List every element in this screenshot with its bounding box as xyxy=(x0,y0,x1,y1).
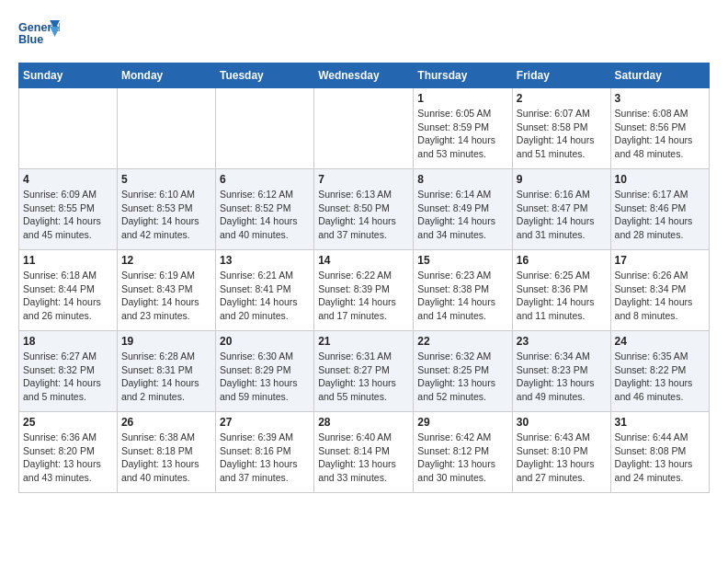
day-info: Sunrise: 6:35 AM Sunset: 8:22 PM Dayligh… xyxy=(615,350,705,404)
week-row-3: 11Sunrise: 6:18 AM Sunset: 8:44 PM Dayli… xyxy=(19,250,710,331)
day-info: Sunrise: 6:27 AM Sunset: 8:32 PM Dayligh… xyxy=(23,350,113,404)
day-cell-18: 18Sunrise: 6:27 AM Sunset: 8:32 PM Dayli… xyxy=(19,331,118,412)
calendar-table: SundayMondayTuesdayWednesdayThursdayFrid… xyxy=(18,63,710,493)
logo-icon: General Blue xyxy=(18,18,60,53)
day-info: Sunrise: 6:36 AM Sunset: 8:20 PM Dayligh… xyxy=(23,431,113,485)
day-number: 11 xyxy=(23,254,113,267)
day-cell-23: 23Sunrise: 6:34 AM Sunset: 8:23 PM Dayli… xyxy=(512,331,610,412)
day-cell-17: 17Sunrise: 6:26 AM Sunset: 8:34 PM Dayli… xyxy=(610,250,709,331)
day-cell-12: 12Sunrise: 6:19 AM Sunset: 8:43 PM Dayli… xyxy=(117,250,215,331)
day-info: Sunrise: 6:23 AM Sunset: 8:38 PM Dayligh… xyxy=(417,269,508,323)
day-number: 6 xyxy=(220,173,310,186)
day-info: Sunrise: 6:44 AM Sunset: 8:08 PM Dayligh… xyxy=(615,431,705,485)
day-cell-20: 20Sunrise: 6:30 AM Sunset: 8:29 PM Dayli… xyxy=(215,331,313,412)
day-number: 26 xyxy=(121,416,211,429)
week-row-2: 4Sunrise: 6:09 AM Sunset: 8:55 PM Daylig… xyxy=(19,169,710,250)
day-cell-22: 22Sunrise: 6:32 AM Sunset: 8:25 PM Dayli… xyxy=(414,331,513,412)
day-cell-1: 1Sunrise: 6:05 AM Sunset: 8:59 PM Daylig… xyxy=(414,88,513,169)
day-cell-5: 5Sunrise: 6:10 AM Sunset: 8:53 PM Daylig… xyxy=(117,169,215,250)
day-info: Sunrise: 6:30 AM Sunset: 8:29 PM Dayligh… xyxy=(220,350,310,404)
day-number: 18 xyxy=(23,335,113,348)
day-info: Sunrise: 6:31 AM Sunset: 8:27 PM Dayligh… xyxy=(318,350,409,404)
empty-cell xyxy=(117,88,215,169)
day-number: 24 xyxy=(615,335,705,348)
day-number: 12 xyxy=(121,254,211,267)
day-info: Sunrise: 6:39 AM Sunset: 8:16 PM Dayligh… xyxy=(220,431,310,485)
day-number: 10 xyxy=(615,173,705,186)
day-info: Sunrise: 6:21 AM Sunset: 8:41 PM Dayligh… xyxy=(220,269,310,323)
day-cell-29: 29Sunrise: 6:42 AM Sunset: 8:12 PM Dayli… xyxy=(414,412,513,493)
day-info: Sunrise: 6:09 AM Sunset: 8:55 PM Dayligh… xyxy=(23,188,113,242)
day-info: Sunrise: 6:18 AM Sunset: 8:44 PM Dayligh… xyxy=(23,269,113,323)
day-cell-15: 15Sunrise: 6:23 AM Sunset: 8:38 PM Dayli… xyxy=(414,250,513,331)
day-cell-26: 26Sunrise: 6:38 AM Sunset: 8:18 PM Dayli… xyxy=(117,412,215,493)
day-number: 28 xyxy=(318,416,409,429)
day-info: Sunrise: 6:43 AM Sunset: 8:10 PM Dayligh… xyxy=(517,431,607,485)
day-info: Sunrise: 6:14 AM Sunset: 8:49 PM Dayligh… xyxy=(417,188,508,242)
day-info: Sunrise: 6:13 AM Sunset: 8:50 PM Dayligh… xyxy=(318,188,409,242)
day-cell-8: 8Sunrise: 6:14 AM Sunset: 8:49 PM Daylig… xyxy=(414,169,513,250)
day-number: 29 xyxy=(417,416,508,429)
day-number: 31 xyxy=(615,416,705,429)
weekday-header-saturday: Saturday xyxy=(610,63,709,88)
day-number: 19 xyxy=(121,335,211,348)
day-info: Sunrise: 6:40 AM Sunset: 8:14 PM Dayligh… xyxy=(318,431,409,485)
day-info: Sunrise: 6:28 AM Sunset: 8:31 PM Dayligh… xyxy=(121,350,211,404)
day-number: 23 xyxy=(517,335,607,348)
day-number: 4 xyxy=(23,173,113,186)
day-info: Sunrise: 6:16 AM Sunset: 8:47 PM Dayligh… xyxy=(517,188,607,242)
day-number: 16 xyxy=(517,254,607,267)
day-info: Sunrise: 6:19 AM Sunset: 8:43 PM Dayligh… xyxy=(121,269,211,323)
day-number: 30 xyxy=(517,416,607,429)
day-cell-14: 14Sunrise: 6:22 AM Sunset: 8:39 PM Dayli… xyxy=(314,250,414,331)
empty-cell xyxy=(19,88,118,169)
weekday-header-thursday: Thursday xyxy=(414,63,513,88)
day-number: 14 xyxy=(318,254,409,267)
svg-text:Blue: Blue xyxy=(18,33,43,46)
day-number: 25 xyxy=(23,416,113,429)
day-cell-2: 2Sunrise: 6:07 AM Sunset: 8:58 PM Daylig… xyxy=(512,88,610,169)
day-info: Sunrise: 6:34 AM Sunset: 8:23 PM Dayligh… xyxy=(517,350,607,404)
day-info: Sunrise: 6:10 AM Sunset: 8:53 PM Dayligh… xyxy=(121,188,211,242)
day-cell-16: 16Sunrise: 6:25 AM Sunset: 8:36 PM Dayli… xyxy=(512,250,610,331)
day-info: Sunrise: 6:12 AM Sunset: 8:52 PM Dayligh… xyxy=(220,188,310,242)
day-cell-19: 19Sunrise: 6:28 AM Sunset: 8:31 PM Dayli… xyxy=(117,331,215,412)
day-cell-27: 27Sunrise: 6:39 AM Sunset: 8:16 PM Dayli… xyxy=(215,412,313,493)
day-number: 17 xyxy=(615,254,705,267)
empty-cell xyxy=(314,88,414,169)
day-number: 13 xyxy=(220,254,310,267)
day-number: 8 xyxy=(417,173,508,186)
day-cell-30: 30Sunrise: 6:43 AM Sunset: 8:10 PM Dayli… xyxy=(512,412,610,493)
weekday-header-row: SundayMondayTuesdayWednesdayThursdayFrid… xyxy=(19,63,710,88)
day-cell-28: 28Sunrise: 6:40 AM Sunset: 8:14 PM Dayli… xyxy=(314,412,414,493)
day-cell-13: 13Sunrise: 6:21 AM Sunset: 8:41 PM Dayli… xyxy=(215,250,313,331)
day-number: 9 xyxy=(517,173,607,186)
day-info: Sunrise: 6:42 AM Sunset: 8:12 PM Dayligh… xyxy=(417,431,508,485)
day-info: Sunrise: 6:07 AM Sunset: 8:58 PM Dayligh… xyxy=(517,107,607,161)
day-cell-21: 21Sunrise: 6:31 AM Sunset: 8:27 PM Dayli… xyxy=(314,331,414,412)
weekday-header-tuesday: Tuesday xyxy=(215,63,313,88)
day-cell-4: 4Sunrise: 6:09 AM Sunset: 8:55 PM Daylig… xyxy=(19,169,118,250)
weekday-header-friday: Friday xyxy=(512,63,610,88)
day-cell-3: 3Sunrise: 6:08 AM Sunset: 8:56 PM Daylig… xyxy=(610,88,709,169)
day-cell-9: 9Sunrise: 6:16 AM Sunset: 8:47 PM Daylig… xyxy=(512,169,610,250)
week-row-4: 18Sunrise: 6:27 AM Sunset: 8:32 PM Dayli… xyxy=(19,331,710,412)
weekday-header-monday: Monday xyxy=(117,63,215,88)
day-cell-11: 11Sunrise: 6:18 AM Sunset: 8:44 PM Dayli… xyxy=(19,250,118,331)
day-cell-25: 25Sunrise: 6:36 AM Sunset: 8:20 PM Dayli… xyxy=(19,412,118,493)
day-info: Sunrise: 6:22 AM Sunset: 8:39 PM Dayligh… xyxy=(318,269,409,323)
day-number: 15 xyxy=(417,254,508,267)
day-info: Sunrise: 6:25 AM Sunset: 8:36 PM Dayligh… xyxy=(517,269,607,323)
day-number: 5 xyxy=(121,173,211,186)
day-cell-6: 6Sunrise: 6:12 AM Sunset: 8:52 PM Daylig… xyxy=(215,169,313,250)
day-info: Sunrise: 6:26 AM Sunset: 8:34 PM Dayligh… xyxy=(615,269,705,323)
day-number: 27 xyxy=(220,416,310,429)
day-number: 1 xyxy=(417,92,508,105)
day-number: 22 xyxy=(417,335,508,348)
day-number: 3 xyxy=(615,92,705,105)
day-number: 20 xyxy=(220,335,310,348)
day-info: Sunrise: 6:05 AM Sunset: 8:59 PM Dayligh… xyxy=(417,107,508,161)
day-info: Sunrise: 6:17 AM Sunset: 8:46 PM Dayligh… xyxy=(615,188,705,242)
day-info: Sunrise: 6:32 AM Sunset: 8:25 PM Dayligh… xyxy=(417,350,508,404)
day-cell-10: 10Sunrise: 6:17 AM Sunset: 8:46 PM Dayli… xyxy=(610,169,709,250)
